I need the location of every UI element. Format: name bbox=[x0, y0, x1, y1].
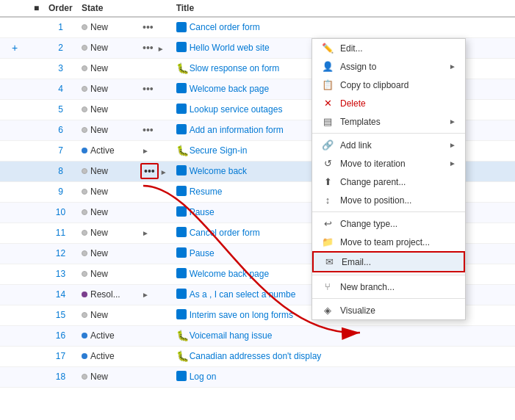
menu-item-label: Copy to clipboard bbox=[340, 80, 456, 90]
work-item-title[interactable]: Canadian addresses don't display bbox=[190, 351, 322, 361]
row-order[interactable]: 13 bbox=[44, 264, 77, 284]
order-number[interactable]: 3 bbox=[58, 63, 63, 73]
menu-item-label: New branch... bbox=[340, 282, 456, 292]
menu-item-email[interactable]: ✉ Email... bbox=[312, 251, 465, 272]
row-state: New bbox=[77, 17, 136, 37]
order-number[interactable]: 4 bbox=[58, 84, 63, 94]
work-item-title[interactable]: Welcome back bbox=[190, 166, 247, 176]
state-dot bbox=[82, 209, 87, 215]
order-number[interactable]: 14 bbox=[56, 289, 65, 300]
row-order[interactable]: 18 bbox=[44, 366, 77, 387]
work-item-title[interactable]: Interim save on long forms bbox=[190, 310, 293, 320]
row-dots-button[interactable]: ••• bbox=[140, 41, 156, 54]
row-order[interactable]: 17 bbox=[44, 346, 77, 366]
order-number[interactable]: 16 bbox=[56, 330, 65, 341]
order-number[interactable]: 10 bbox=[56, 207, 65, 217]
row-expand-icon[interactable]: ► bbox=[157, 45, 165, 53]
add-row-icon[interactable]: + bbox=[12, 42, 18, 54]
menu-item-edit[interactable]: ✏️ Edit... bbox=[312, 39, 465, 57]
work-item-title[interactable]: Add an information form bbox=[190, 125, 284, 135]
row-actions-cell bbox=[136, 202, 172, 222]
order-number[interactable]: 18 bbox=[56, 372, 65, 382]
work-item-title[interactable]: Cancel order form bbox=[190, 228, 260, 238]
work-item-title[interactable]: Cancel order form bbox=[190, 22, 260, 32]
submenu-arrow-icon: ► bbox=[449, 141, 456, 149]
work-item-title[interactable]: Voicemail hang issue bbox=[190, 330, 273, 341]
order-number[interactable]: 9 bbox=[58, 187, 63, 197]
row-dots-button[interactable]: ••• bbox=[140, 163, 159, 179]
menu-item-move-team[interactable]: 📁 Move to team project... bbox=[312, 233, 465, 251]
work-item-title[interactable]: Slow response on form bbox=[190, 63, 280, 73]
submenu-arrow-icon: ► bbox=[449, 159, 456, 167]
row-state: New bbox=[77, 79, 136, 99]
work-item-title[interactable]: Log on bbox=[190, 372, 217, 382]
iteration-icon: ↺ bbox=[321, 158, 334, 169]
menu-item-assign-to[interactable]: 👤 Assign to ► bbox=[312, 57, 465, 76]
menu-item-copy-clipboard[interactable]: 📋 Copy to clipboard bbox=[312, 76, 465, 94]
work-item-title[interactable]: As a , I can select a numbe bbox=[190, 289, 296, 300]
row-order[interactable]: 3 bbox=[44, 58, 77, 79]
row-order[interactable]: 10 bbox=[44, 202, 77, 222]
menu-item-templates[interactable]: ▤ Templates ► bbox=[312, 112, 465, 131]
order-number[interactable]: 11 bbox=[56, 228, 65, 238]
order-number[interactable]: 5 bbox=[58, 104, 63, 115]
state-dot bbox=[82, 148, 87, 153]
menu-item-new-branch[interactable]: ⑂ New branch... bbox=[312, 278, 465, 296]
story-icon bbox=[176, 371, 187, 381]
row-title-cell: 🐛Canadian addresses don't display bbox=[172, 346, 515, 366]
row-expand-icon[interactable]: ► bbox=[160, 168, 168, 176]
row-state: New bbox=[77, 58, 136, 79]
row-order[interactable]: 15 bbox=[44, 305, 77, 325]
menu-item-move-position[interactable]: ↕ Move to position... bbox=[312, 191, 465, 209]
work-item-title[interactable]: Welcome back page bbox=[190, 84, 270, 94]
work-item-title[interactable]: Hello World web site bbox=[190, 43, 270, 53]
order-number[interactable]: 2 bbox=[58, 43, 63, 53]
work-item-title[interactable]: Secure Sign-in bbox=[190, 145, 248, 156]
col-state-header: State bbox=[77, 0, 136, 17]
row-dots-button[interactable]: ••• bbox=[140, 21, 156, 34]
row-expand-icon[interactable]: ► bbox=[142, 147, 149, 155]
state-dot bbox=[82, 271, 87, 277]
row-order[interactable]: 8 bbox=[44, 161, 77, 181]
person-icon: 👤 bbox=[321, 61, 334, 72]
row-order[interactable]: 7 bbox=[44, 140, 77, 161]
order-number[interactable]: 13 bbox=[56, 269, 65, 279]
row-expand-icon[interactable]: ► bbox=[142, 229, 149, 237]
row-checkbox-cell bbox=[29, 305, 44, 325]
menu-item-visualize[interactable]: ◈ Visualize bbox=[312, 301, 465, 319]
order-number[interactable]: 7 bbox=[58, 145, 63, 156]
order-number[interactable]: 12 bbox=[56, 248, 65, 258]
order-number[interactable]: 15 bbox=[56, 310, 65, 320]
menu-item-add-link[interactable]: 🔗 Add link ► bbox=[312, 136, 465, 154]
work-item-title[interactable]: Welcome back page bbox=[190, 269, 270, 279]
row-order[interactable]: 1 bbox=[44, 17, 77, 37]
order-number[interactable]: 6 bbox=[58, 125, 63, 135]
row-order[interactable]: 2 bbox=[44, 37, 77, 58]
order-number[interactable]: 17 bbox=[56, 351, 65, 361]
work-item-title[interactable]: Resume bbox=[190, 187, 223, 197]
menu-item-delete[interactable]: ✕ Delete bbox=[312, 94, 465, 112]
row-order[interactable]: 12 bbox=[44, 243, 77, 264]
menu-item-change-parent[interactable]: ⬆ Change parent... bbox=[312, 173, 465, 191]
order-number[interactable]: 8 bbox=[58, 166, 63, 176]
col-checkbox: ■ bbox=[29, 0, 44, 17]
row-expand-icon[interactable]: ► bbox=[142, 291, 149, 299]
row-state: New bbox=[77, 181, 136, 202]
row-order[interactable]: 11 bbox=[44, 222, 77, 243]
work-item-title[interactable]: Lookup service outages bbox=[190, 104, 283, 115]
row-order[interactable]: 16 bbox=[44, 325, 77, 346]
row-order[interactable]: 14 bbox=[44, 284, 77, 305]
row-order[interactable]: 4 bbox=[44, 79, 77, 99]
order-number[interactable]: 1 bbox=[58, 22, 63, 32]
menu-item-change-type[interactable]: ↩ Change type... bbox=[312, 214, 465, 233]
work-item-title[interactable]: Pause bbox=[190, 207, 215, 217]
work-item-title[interactable]: Pause bbox=[190, 248, 215, 258]
row-order[interactable]: 9 bbox=[44, 181, 77, 202]
menu-item-move-iteration[interactable]: ↺ Move to iteration ► bbox=[312, 154, 465, 173]
row-order[interactable]: 6 bbox=[44, 120, 77, 140]
row-dots-button[interactable]: ••• bbox=[140, 123, 156, 137]
row-dots-button[interactable]: ••• bbox=[140, 82, 156, 95]
menu-item-label: Move to position... bbox=[340, 195, 456, 206]
row-add-cell bbox=[0, 284, 29, 305]
row-order[interactable]: 5 bbox=[44, 99, 77, 120]
